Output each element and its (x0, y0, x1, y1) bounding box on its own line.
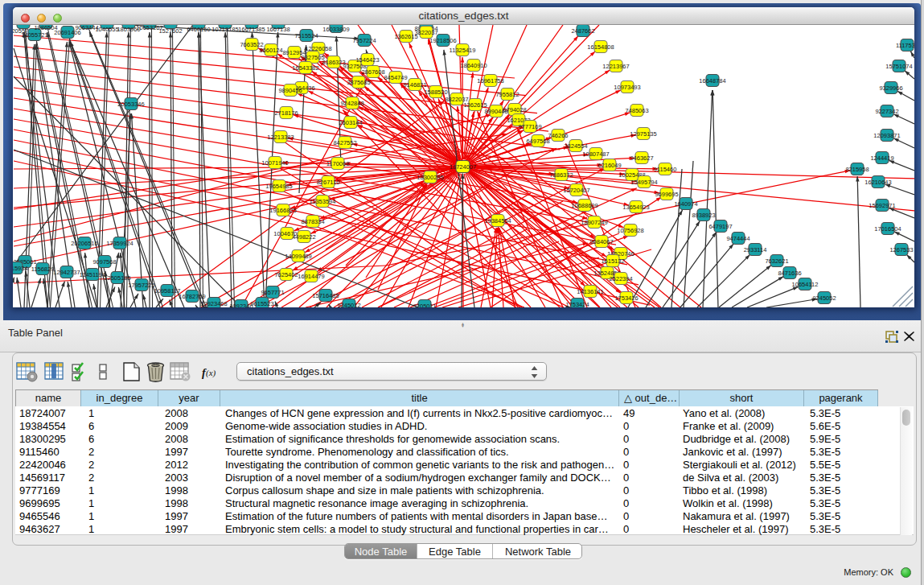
svg-text:18640910: 18640910 (460, 62, 487, 69)
svg-text:1667138: 1667138 (266, 26, 290, 33)
svg-text:12942737: 12942737 (53, 269, 80, 276)
svg-text:13654923: 13654923 (622, 204, 649, 211)
svg-text:1615132: 1615132 (601, 257, 624, 265)
svg-text:6794028: 6794028 (503, 106, 526, 113)
svg-text:10807487: 10807487 (582, 150, 609, 158)
svg-text:3915934: 3915934 (13, 265, 28, 272)
svg-text:8471636: 8471636 (778, 270, 801, 277)
svg-text:4498222: 4498222 (292, 233, 315, 241)
svg-text:3824554: 3824554 (564, 142, 587, 150)
svg-text:9084067: 9084067 (589, 238, 613, 245)
svg-text:3875685: 3875685 (347, 79, 370, 86)
svg-text:1588520: 1588520 (424, 89, 447, 96)
svg-text:6479197: 6479197 (708, 223, 732, 230)
svg-text:6216049: 6216049 (598, 162, 621, 169)
svg-text:18300295: 18300295 (417, 174, 443, 181)
svg-text:1170068: 1170068 (326, 160, 350, 167)
svg-text:12213967: 12213967 (602, 63, 629, 70)
svg-text:15495794: 15495794 (630, 179, 657, 186)
svg-text:1244419: 1244419 (870, 154, 893, 162)
svg-text:9657771: 9657771 (261, 289, 284, 296)
svg-text:10654112: 10654112 (792, 281, 819, 288)
svg-text:16671385: 16671385 (238, 26, 265, 33)
svg-text:9890456: 9890456 (278, 87, 302, 94)
svg-text:12923468: 12923468 (200, 300, 227, 307)
svg-text:16543382: 16543382 (292, 64, 318, 72)
svg-text:(x): (x) (206, 368, 216, 378)
svg-text:7485063: 7485063 (625, 107, 648, 114)
svg-text:1362615: 1362615 (394, 33, 417, 40)
svg-text:8215958: 8215958 (845, 166, 869, 173)
svg-text:16033809: 16033809 (322, 26, 349, 33)
svg-text:9227342: 9227342 (875, 108, 898, 115)
svg-text:15692971: 15692971 (869, 202, 895, 209)
svg-text:9205011: 9205011 (413, 303, 437, 308)
svg-text:7625402: 7625402 (274, 271, 298, 278)
svg-text:18724007: 18724007 (450, 163, 476, 171)
svg-text:17016504: 17016504 (874, 225, 901, 233)
svg-text:1753426: 1753426 (614, 295, 638, 302)
svg-text:12213383: 12213383 (267, 134, 294, 141)
svg-text:8660124: 8660124 (259, 47, 282, 54)
svg-text:16782759: 16782759 (179, 293, 205, 300)
svg-text:9699695: 9699695 (655, 191, 678, 198)
svg-text:8186323: 8186323 (322, 59, 345, 66)
svg-text:11325419: 11325419 (450, 47, 476, 54)
svg-text:9474444: 9474444 (726, 235, 749, 242)
svg-text:9115460: 9115460 (654, 166, 677, 173)
svg-text:746266: 746266 (548, 132, 568, 139)
svg-text:8878334: 8878334 (301, 218, 324, 225)
svg-text:17957225: 17957225 (128, 282, 154, 289)
svg-text:11353594: 11353594 (310, 198, 336, 205)
svg-text:1546423: 1546423 (355, 56, 379, 64)
svg-text:15751074: 15751074 (885, 63, 912, 70)
svg-text:16154808: 16154808 (587, 43, 614, 51)
svg-text:2603144: 2603144 (339, 119, 362, 126)
svg-text:8938923: 8938923 (692, 212, 715, 219)
svg-text:7886372: 7886372 (549, 171, 573, 179)
svg-text:10756928: 10756928 (617, 227, 643, 234)
svg-text:16914479: 16914479 (298, 273, 324, 280)
svg-text:17359924: 17359924 (106, 240, 133, 247)
svg-text:9329966: 9329966 (879, 84, 902, 92)
svg-text:1753424: 1753424 (565, 301, 589, 308)
svg-text:6497568: 6497568 (526, 138, 549, 145)
svg-text:6466160: 6466160 (187, 26, 210, 33)
svg-text:9463627: 9463627 (630, 154, 653, 162)
svg-text:1527602: 1527602 (158, 27, 182, 35)
svg-text:2522394: 2522394 (609, 275, 632, 282)
svg-text:9327505: 9327505 (301, 54, 324, 61)
svg-text:12975135: 12975135 (630, 130, 656, 138)
svg-text:1040555: 1040555 (95, 26, 118, 33)
svg-text:8267110: 8267110 (317, 179, 340, 186)
svg-text:19654985: 19654985 (265, 183, 292, 190)
svg-text:14136141: 14136141 (577, 288, 603, 295)
svg-text:9242848: 9242848 (340, 100, 363, 107)
svg-text:9777169: 9777169 (518, 123, 541, 130)
svg-text:1267533: 1267533 (889, 246, 913, 253)
svg-text:15720407: 15720407 (563, 187, 589, 194)
svg-text:7632621: 7632621 (765, 257, 788, 265)
svg-text:1092346: 1092346 (229, 303, 253, 308)
svg-text:3822037: 3822037 (414, 29, 437, 36)
svg-text:7957224: 7957224 (352, 37, 376, 44)
svg-text:19384554: 19384554 (484, 217, 511, 225)
svg-text:10973493: 10973493 (614, 84, 640, 91)
svg-text:12093871: 12093871 (873, 132, 900, 139)
svg-text:19166825: 19166825 (269, 207, 296, 214)
svg-text:14055721: 14055721 (21, 31, 47, 39)
svg-text:7955812: 7955812 (495, 91, 519, 98)
svg-text:9097568: 9097568 (92, 258, 116, 266)
svg-text:10688609: 10688609 (571, 202, 598, 209)
svg-text:9615523: 9615523 (250, 300, 273, 307)
svg-text:19218506: 19218506 (429, 37, 456, 44)
svg-text:11451194: 11451194 (80, 271, 105, 278)
svg-text:10958117: 10958117 (154, 287, 181, 295)
svg-text:14099489: 14099489 (285, 253, 311, 260)
svg-text:20206516: 20206516 (71, 240, 97, 247)
svg-text:10719185: 10719185 (211, 26, 238, 33)
svg-text:1156829: 1156829 (31, 266, 55, 273)
svg-text:1362615: 1362615 (463, 101, 487, 109)
svg-text:2487662: 2487662 (571, 27, 594, 35)
svg-text:1640974: 1640974 (674, 200, 697, 208)
